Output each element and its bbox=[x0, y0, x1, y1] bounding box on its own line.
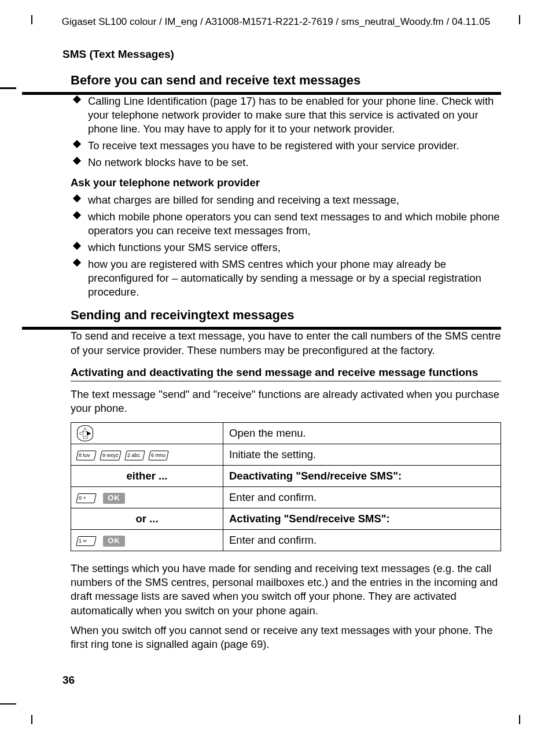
digit-key-icon: 1 ∞ bbox=[76, 536, 97, 546]
crop-mark bbox=[519, 15, 520, 24]
table-row: either ... Deactivating "Send/receive SM… bbox=[71, 466, 501, 487]
desc-cell: Initiate the setting. bbox=[223, 444, 501, 466]
diamond-bullet-icon bbox=[73, 140, 81, 148]
key-cell: △▭◁▶ bbox=[71, 423, 223, 444]
after-paragraph-1: The settings which you have made for sen… bbox=[71, 562, 501, 617]
list-item: Calling Line Identification (page 17) ha… bbox=[62, 94, 501, 136]
desc-cell: Open the menu. bbox=[223, 423, 501, 444]
table-row: or ... Activating "Send/receive SMS": bbox=[71, 508, 501, 530]
digit-key-icon: 9 wxyz bbox=[100, 451, 121, 460]
crop-mark bbox=[0, 703, 16, 705]
list-item: how you are registered with SMS centres … bbox=[62, 257, 501, 299]
digit-key-icon: 2 abc bbox=[124, 451, 145, 460]
crop-mark bbox=[0, 87, 16, 89]
intro2-paragraph: The text message "send" and "receive" fu… bbox=[71, 388, 501, 415]
table-row: △▭◁▶ Open the menu. bbox=[71, 423, 501, 444]
key-cell: 1 ∞ OK bbox=[71, 530, 223, 551]
diamond-bullet-icon bbox=[73, 242, 81, 250]
digit-key-icon: 0 + bbox=[76, 493, 97, 503]
desc-cell: Enter and confirm. bbox=[223, 487, 501, 508]
nav-key-icon: △▭◁▶ bbox=[77, 425, 93, 441]
table-row: 8 tuv 9 wxyz 2 abc 6 mno Initiate the se… bbox=[71, 444, 501, 466]
list-item: To receive text messages you have to be … bbox=[62, 139, 501, 153]
key-cell: 0 + OK bbox=[71, 487, 223, 508]
deactivating-label: Deactivating "Send/receive SMS": bbox=[223, 466, 501, 487]
procedure-table: △▭◁▶ Open the menu. 8 tuv 9 wxyz 2 abc 6… bbox=[71, 422, 501, 551]
ok-button-icon: OK bbox=[103, 536, 125, 547]
list-item: which functions your SMS service offers, bbox=[62, 241, 501, 255]
intro-paragraph: To send and receive a text message, you … bbox=[71, 329, 501, 357]
either-label: either ... bbox=[71, 466, 223, 487]
after-paragraph-2: When you switch off you cannot send or r… bbox=[71, 624, 501, 651]
heading-before-you-can-send: Before you can send and receive text mes… bbox=[71, 72, 501, 89]
activating-label: Activating "Send/receive SMS": bbox=[223, 508, 501, 530]
digit-key-icon: 6 mno bbox=[148, 451, 169, 460]
key-cell: 8 tuv 9 wxyz 2 abc 6 mno bbox=[71, 444, 223, 466]
list-item: No network blocks have to be set. bbox=[62, 156, 501, 169]
page-content: SMS (Text Messages) Before you can send … bbox=[62, 47, 501, 655]
diamond-bullet-icon bbox=[73, 194, 81, 202]
desc-cell: Enter and confirm. bbox=[223, 530, 501, 551]
table-row: 1 ∞ OK Enter and confirm. bbox=[71, 530, 501, 551]
document-page: Gigaset SL100 colour / IM_eng / A31008-M… bbox=[0, 0, 552, 756]
page-number: 36 bbox=[62, 674, 75, 687]
table-row: 0 + OK Enter and confirm. bbox=[71, 487, 501, 508]
ask-provider-subheading: Ask your telephone network provider bbox=[71, 176, 501, 190]
ask-provider-list: what charges are billed for sending and … bbox=[62, 193, 501, 299]
heading-rule bbox=[22, 327, 501, 330]
page-header: Gigaset SL100 colour / IM_eng / A31008-M… bbox=[47, 16, 505, 28]
diamond-bullet-icon bbox=[73, 211, 81, 219]
diamond-bullet-icon bbox=[73, 157, 81, 165]
list-item: what charges are billed for sending and … bbox=[62, 193, 501, 207]
diamond-bullet-icon bbox=[73, 259, 81, 267]
subheading-activating: Activating and deactivating the send mes… bbox=[71, 366, 501, 382]
digit-key-icon: 8 tuv bbox=[76, 451, 97, 460]
crop-mark bbox=[31, 15, 32, 24]
section-label: SMS (Text Messages) bbox=[62, 47, 501, 62]
heading-sending-receiving: Sending and receivingtext messages bbox=[71, 307, 501, 324]
list-item: which mobile phone operators you can sen… bbox=[62, 210, 501, 238]
diamond-bullet-icon bbox=[73, 95, 81, 104]
crop-mark bbox=[31, 715, 32, 724]
crop-mark bbox=[519, 715, 520, 724]
or-label: or ... bbox=[71, 508, 223, 530]
prereq-list: Calling Line Identification (page 17) ha… bbox=[62, 94, 501, 169]
ok-button-icon: OK bbox=[103, 493, 125, 504]
